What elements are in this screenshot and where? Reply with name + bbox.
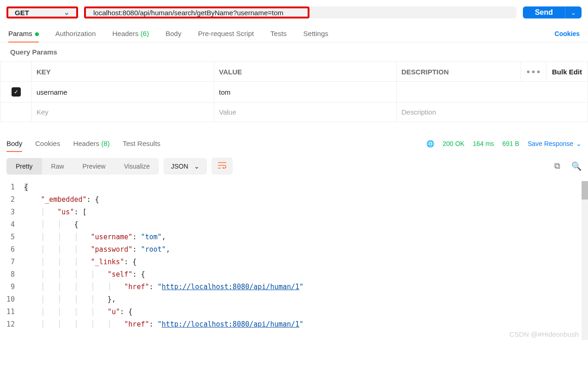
url-input-wrapper [84, 6, 309, 18]
response-meta: 🌐 200 OK 164 ms 691 B Save Response ⌄ [426, 140, 582, 147]
table-row-empty: Key Value Description [0, 103, 588, 122]
cookies-link[interactable]: Cookies [555, 25, 580, 42]
response-section: Body Cookies Headers (8) Test Results 🌐 … [0, 136, 588, 340]
tab-params[interactable]: Params [8, 25, 39, 42]
tab-tests[interactable]: Tests [271, 25, 287, 42]
table-row: ✓ username tom [0, 82, 588, 103]
view-tab-raw[interactable]: Raw [42, 158, 73, 175]
response-status: 200 OK [443, 140, 464, 147]
param-key-placeholder[interactable]: Key [32, 103, 214, 122]
view-tab-preview[interactable]: Preview [73, 158, 115, 175]
param-description-cell[interactable] [397, 82, 588, 103]
row-checkbox-cell [0, 103, 32, 122]
tab-settings[interactable]: Settings [303, 25, 328, 42]
copy-icon[interactable]: ⧉ [554, 161, 560, 171]
more-icon: ∘∘∘ [526, 67, 541, 75]
row-checkbox-cell[interactable]: ✓ [0, 82, 32, 103]
key-header: KEY [32, 62, 214, 82]
scrollbar-thumb[interactable] [582, 181, 588, 200]
query-params-table: KEY VALUE DESCRIPTION ∘∘∘ Bulk Edit ✓ us… [0, 61, 588, 122]
code-content[interactable]: { "_embedded": { │ "us": [ │ │ { │ │ │ "… [24, 181, 582, 331]
response-tab-headers[interactable]: Headers (8) [73, 136, 109, 151]
response-tab-cookies[interactable]: Cookies [35, 136, 60, 151]
param-description-placeholder[interactable]: Description [397, 103, 588, 122]
response-toolbar-right: ⧉ 🔍 [554, 161, 582, 171]
tab-body[interactable]: Body [165, 25, 181, 42]
chevron-down-icon: ⌄ [571, 9, 576, 16]
response-tabs: Body Cookies Headers (8) Test Results 🌐 … [0, 136, 588, 151]
table-header-row: KEY VALUE DESCRIPTION ∘∘∘ Bulk Edit [0, 62, 588, 82]
chevron-down-icon: ⌄ [576, 140, 582, 147]
tab-pre-request-script[interactable]: Pre-request Script [198, 25, 254, 42]
format-select[interactable]: JSON ⌄ [164, 158, 206, 175]
checkbox-checked-icon: ✓ [12, 87, 21, 97]
param-key-cell[interactable]: username [32, 82, 214, 103]
response-toolbar: Pretty Raw Preview Visualize JSON ⌄ ⧉ 🔍 [0, 151, 588, 181]
search-icon[interactable]: 🔍 [571, 161, 582, 171]
watermark: CSDN @#Hideonbush [509, 330, 579, 338]
view-tab-visualize[interactable]: Visualize [115, 158, 159, 175]
view-mode-tabs: Pretty Raw Preview Visualize [6, 158, 159, 175]
line-numbers: 123456789101112 [6, 181, 24, 331]
param-value-placeholder[interactable]: Value [214, 103, 397, 122]
response-tab-test-results[interactable]: Test Results [123, 136, 161, 151]
request-tabs: Params Authorization Headers (6) Body Pr… [0, 25, 588, 42]
response-tab-body[interactable]: Body [6, 136, 22, 151]
globe-icon[interactable]: 🌐 [426, 140, 434, 147]
more-actions-header[interactable]: ∘∘∘ [521, 62, 546, 82]
url-bar-spacer [309, 6, 516, 18]
checkbox-header [0, 62, 32, 82]
value-header: VALUE [214, 62, 397, 82]
send-button-group: Send ⌄ [523, 6, 582, 18]
send-button[interactable]: Send [523, 6, 565, 18]
tab-headers[interactable]: Headers (6) [112, 25, 149, 42]
chevron-down-icon: ⌄ [64, 8, 70, 17]
tab-authorization[interactable]: Authorization [55, 25, 96, 42]
param-value-cell[interactable]: tom [214, 82, 397, 103]
request-bar: GET ⌄ Send ⌄ [0, 0, 588, 25]
scrollbar[interactable] [582, 181, 588, 340]
bulk-edit-button[interactable]: Bulk Edit [546, 62, 588, 82]
query-params-heading: Query Params [0, 42, 588, 61]
response-time: 164 ms [473, 140, 494, 147]
active-indicator-dot [35, 32, 39, 36]
wrap-lines-button[interactable] [212, 158, 233, 175]
description-header: DESCRIPTION [397, 62, 521, 82]
url-input[interactable] [93, 9, 300, 17]
chevron-down-icon: ⌄ [194, 163, 200, 170]
view-tab-pretty[interactable]: Pretty [6, 158, 42, 175]
http-method-value: GET [15, 9, 29, 17]
send-dropdown-button[interactable]: ⌄ [565, 6, 582, 18]
http-method-select[interactable]: GET ⌄ [6, 6, 78, 18]
response-body-code: 123456789101112 { "_embedded": { │ "us":… [0, 181, 588, 340]
save-response-button[interactable]: Save Response ⌄ [527, 140, 582, 147]
response-size: 691 B [503, 140, 520, 147]
